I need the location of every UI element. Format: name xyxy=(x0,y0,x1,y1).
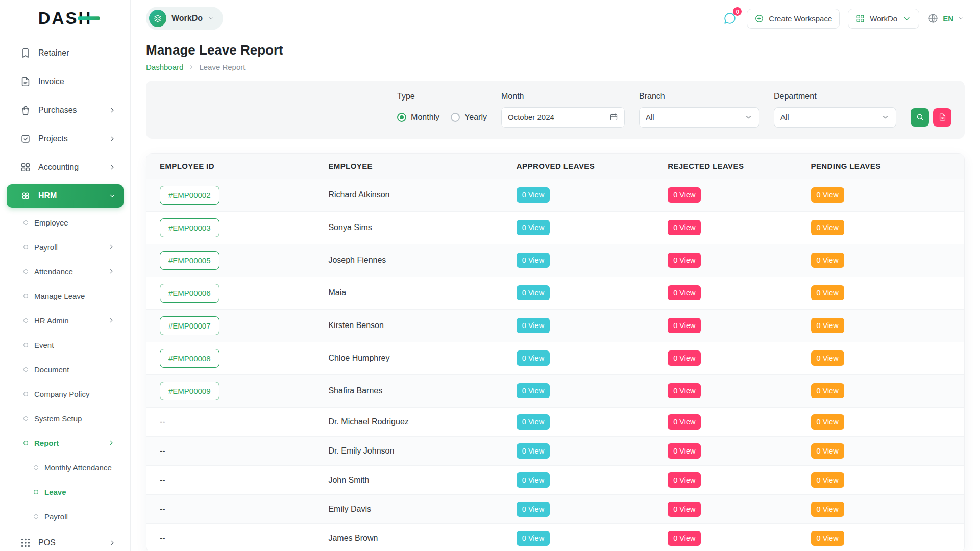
branch-select[interactable]: All xyxy=(639,107,760,128)
radio-label: Monthly xyxy=(411,113,439,122)
rejected-leaves-badge[interactable]: 0 View xyxy=(668,443,701,459)
sidebar-item-payroll[interactable]: Payroll xyxy=(7,235,124,259)
rejected-leaves-badge[interactable]: 0 View xyxy=(668,502,701,517)
approved-leaves-cell: 0 View xyxy=(506,374,657,407)
employee-name: Sonya Sims xyxy=(328,223,372,232)
sidebar-subitem-label: Manage Leave xyxy=(34,292,85,300)
rejected-leaves-badge[interactable]: 0 View xyxy=(668,318,701,333)
bullet-icon xyxy=(23,367,28,372)
pending-leaves-badge[interactable]: 0 View xyxy=(811,350,844,366)
brand-logo: DASH xyxy=(38,9,92,28)
sidebar-item-manage-leave[interactable]: Manage Leave xyxy=(7,284,124,308)
rejected-leaves-badge[interactable]: 0 View xyxy=(668,472,701,488)
sidebar-item-event[interactable]: Event xyxy=(7,333,124,357)
sidebar-item-retainer[interactable]: Retainer xyxy=(7,39,124,67)
sidebar-item-company-policy[interactable]: Company Policy xyxy=(7,382,124,406)
employee-cell: Joseph Fiennes xyxy=(318,244,506,277)
rejected-leaves-badge[interactable]: 0 View xyxy=(668,187,701,203)
employee-id-button[interactable]: #EMP00007 xyxy=(160,316,219,335)
employee-id-cell: #EMP00008 xyxy=(146,342,318,374)
sidebar-item-report[interactable]: Report xyxy=(7,431,124,455)
employee-id-cell: -- xyxy=(146,494,318,523)
approved-leaves-badge[interactable]: 0 View xyxy=(517,253,550,268)
sidebar-item-monthly-attendance[interactable]: Monthly Attendance xyxy=(7,455,124,480)
breadcrumb-dashboard-link[interactable]: Dashboard xyxy=(146,63,183,71)
month-input[interactable]: October 2024 xyxy=(501,107,625,128)
logo-link[interactable]: DASH xyxy=(0,0,130,37)
search-button[interactable] xyxy=(911,108,929,127)
leave-report-table: EMPLOYEE IDEMPLOYEEAPPROVED LEAVESREJECT… xyxy=(146,154,964,551)
pending-leaves-badge[interactable]: 0 View xyxy=(811,383,844,398)
rejected-leaves-badge[interactable]: 0 View xyxy=(668,350,701,366)
approved-leaves-badge[interactable]: 0 View xyxy=(517,383,550,398)
rejected-leaves-badge[interactable]: 0 View xyxy=(668,285,701,300)
sidebar-item-accounting[interactable]: Accounting xyxy=(7,153,124,182)
department-select[interactable]: All xyxy=(774,107,896,128)
rejected-leaves-badge[interactable]: 0 View xyxy=(668,383,701,398)
approved-leaves-badge[interactable]: 0 View xyxy=(517,285,550,300)
type-radio-monthly[interactable]: Monthly xyxy=(397,113,439,122)
approved-leaves-badge[interactable]: 0 View xyxy=(517,443,550,459)
sidebar-item-payroll[interactable]: Payroll xyxy=(7,504,124,529)
employee-id-button[interactable]: #EMP00008 xyxy=(160,349,219,368)
pending-leaves-badge[interactable]: 0 View xyxy=(811,187,844,203)
workspace-switcher[interactable]: WorkDo xyxy=(146,7,223,30)
sidebar-item-hrm[interactable]: HRM xyxy=(7,184,124,208)
pending-leaves-badge[interactable]: 0 View xyxy=(811,414,844,430)
employee-id-button[interactable]: #EMP00002 xyxy=(160,186,219,205)
workspace-menu-button[interactable]: WorkDo xyxy=(848,9,919,29)
app-root: DASH Retainer Invoice Purchases Projects… xyxy=(0,0,980,551)
sidebar-item-leave[interactable]: Leave xyxy=(7,480,124,504)
approved-leaves-cell: 0 View xyxy=(506,494,657,523)
language-selector[interactable]: EN xyxy=(927,13,965,24)
pending-leaves-badge[interactable]: 0 View xyxy=(811,318,844,333)
approved-leaves-badge[interactable]: 0 View xyxy=(517,187,550,203)
sidebar-item-attendance[interactable]: Attendance xyxy=(7,259,124,284)
employee-id-button[interactable]: #EMP00005 xyxy=(160,251,219,270)
pending-leaves-cell: 0 View xyxy=(801,374,964,407)
pending-leaves-badge[interactable]: 0 View xyxy=(811,472,844,488)
employee-name: Richard Atkinson xyxy=(328,190,389,199)
employee-name: Chloe Humphrey xyxy=(328,354,389,362)
sidebar-item-hr-admin[interactable]: HR Admin xyxy=(7,308,124,333)
rejected-leaves-badge[interactable]: 0 View xyxy=(668,220,701,235)
rejected-leaves-badge[interactable]: 0 View xyxy=(668,531,701,546)
rejected-leaves-badge[interactable]: 0 View xyxy=(668,253,701,268)
pending-leaves-badge[interactable]: 0 View xyxy=(811,531,844,546)
approved-leaves-badge[interactable]: 0 View xyxy=(517,531,550,546)
leave-report-table-card: EMPLOYEE IDEMPLOYEEAPPROVED LEAVESREJECT… xyxy=(146,153,965,551)
sidebar-item-document[interactable]: Document xyxy=(7,357,124,382)
type-radio-yearly[interactable]: Yearly xyxy=(451,113,487,122)
pending-leaves-badge[interactable]: 0 View xyxy=(811,502,844,517)
employee-cell: Chloe Humphrey xyxy=(318,342,506,374)
approved-leaves-badge[interactable]: 0 View xyxy=(517,414,550,430)
approved-leaves-badge[interactable]: 0 View xyxy=(517,472,550,488)
table-row: -- James Brown 0 View 0 View 0 View xyxy=(146,523,964,551)
messages-button[interactable]: 0 xyxy=(721,10,739,27)
approved-leaves-badge[interactable]: 0 View xyxy=(517,502,550,517)
pending-leaves-badge[interactable]: 0 View xyxy=(811,443,844,459)
pending-leaves-badge[interactable]: 0 View xyxy=(811,253,844,268)
sidebar-item-pos[interactable]: POS xyxy=(7,529,124,551)
approved-leaves-badge[interactable]: 0 View xyxy=(517,350,550,366)
sidebar-item-employee[interactable]: Employee xyxy=(7,210,124,235)
department-value: All xyxy=(780,113,789,121)
employee-cell: Kirsten Benson xyxy=(318,309,506,342)
workspace-avatar xyxy=(149,10,166,27)
approved-leaves-badge[interactable]: 0 View xyxy=(517,220,550,235)
calendar-icon xyxy=(609,113,618,121)
pending-leaves-badge[interactable]: 0 View xyxy=(811,285,844,300)
sidebar-item-projects[interactable]: Projects xyxy=(7,124,124,153)
sidebar-item-purchases[interactable]: Purchases xyxy=(7,96,124,124)
sidebar-item-system-setup[interactable]: System Setup xyxy=(7,406,124,431)
approved-leaves-badge[interactable]: 0 View xyxy=(517,318,550,333)
create-workspace-button[interactable]: Create Workspace xyxy=(747,9,840,29)
department-filter-group: Department All xyxy=(774,92,896,128)
pending-leaves-badge[interactable]: 0 View xyxy=(811,220,844,235)
rejected-leaves-badge[interactable]: 0 View xyxy=(668,414,701,430)
reset-button[interactable] xyxy=(933,108,951,127)
employee-id-button[interactable]: #EMP00006 xyxy=(160,284,219,303)
employee-id-button[interactable]: #EMP00003 xyxy=(160,218,219,237)
sidebar-item-invoice[interactable]: Invoice xyxy=(7,67,124,96)
employee-id-button[interactable]: #EMP00009 xyxy=(160,382,219,400)
